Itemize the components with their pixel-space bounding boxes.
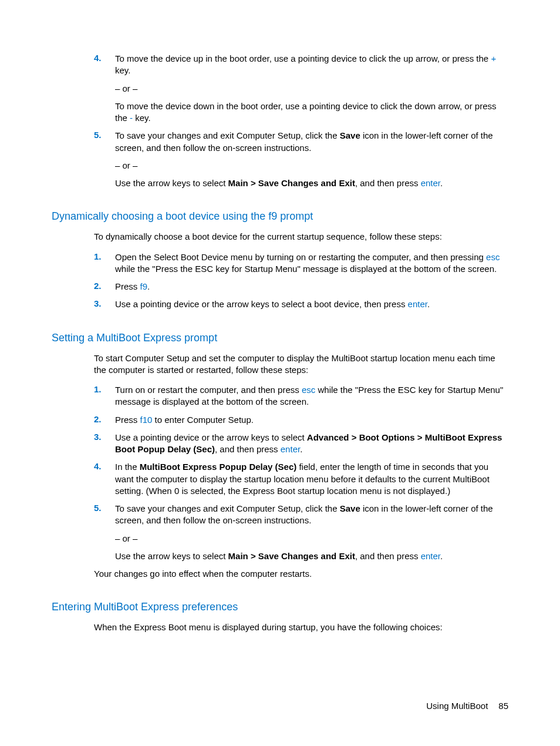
document-page: 4. To move the device up in the boot ord… xyxy=(0,0,560,746)
key-enter: enter xyxy=(421,178,440,188)
text: key. xyxy=(133,113,151,123)
text: , and then press xyxy=(355,551,421,561)
save-icon-label: Save xyxy=(340,503,360,513)
text: To save your changes and exit Computer S… xyxy=(115,503,340,513)
text: Use a pointing device or the arrow keys … xyxy=(115,432,307,442)
key-plus: + xyxy=(491,53,496,63)
text: Press xyxy=(115,281,140,291)
section-intro: When the Express Boot menu is displayed … xyxy=(94,621,508,633)
step-number: 3. xyxy=(52,298,115,310)
step-content: To save your changes and exit Computer S… xyxy=(115,130,508,189)
step-number: 3. xyxy=(52,432,115,456)
s2-step-5: 5. To save your changes and exit Compute… xyxy=(52,503,508,562)
key-f9: f9 xyxy=(140,281,148,291)
key-f10: f10 xyxy=(140,415,153,425)
section-heading-multiboot-prefs: Entering MultiBoot Express preferences xyxy=(52,601,508,613)
text: Use the arrow keys to select xyxy=(115,178,228,188)
step-content: Open the Select Boot Device menu by turn… xyxy=(115,251,508,275)
page-footer: Using MultiBoot85 xyxy=(426,701,508,711)
text: . xyxy=(440,178,443,188)
key-enter: enter xyxy=(281,444,300,454)
text: , and then press xyxy=(215,444,281,454)
step-content: Use a pointing device or the arrow keys … xyxy=(115,432,508,456)
s2-step-3: 3. Use a pointing device or the arrow ke… xyxy=(52,432,508,456)
or-separator: – or – xyxy=(115,160,508,172)
text: To move the device down in the boot orde… xyxy=(115,101,497,123)
save-icon-label: Save xyxy=(340,130,360,140)
section-intro: To dynamically choose a boot device for … xyxy=(94,231,508,243)
section-closing: Your changes go into effect when the com… xyxy=(94,568,508,580)
step-content: Press f9. xyxy=(115,281,508,293)
step-content: Turn on or restart the computer, and the… xyxy=(115,384,508,408)
s2-step-4: 4. In the MultiBoot Express Popup Delay … xyxy=(52,461,508,497)
step-content: Press f10 to enter Computer Setup. xyxy=(115,414,508,426)
or-separator: – or – xyxy=(115,83,508,95)
menu-path: Main > Save Changes and Exit xyxy=(228,551,355,561)
text: In the xyxy=(115,462,140,472)
field-label: MultiBoot Express Popup Delay (Sec) xyxy=(140,462,297,472)
text: Open the Select Boot Device menu by turn… xyxy=(115,252,486,262)
text: key. xyxy=(115,65,130,75)
step-number: 5. xyxy=(52,130,115,189)
key-enter: enter xyxy=(408,299,427,309)
text: . xyxy=(147,281,150,291)
text: , and then press xyxy=(355,178,421,188)
step-number: 2. xyxy=(52,414,115,426)
step-number: 2. xyxy=(52,281,115,293)
text: . xyxy=(440,551,443,561)
section-heading-multiboot-prompt: Setting a MultiBoot Express prompt xyxy=(52,332,508,344)
section-intro: To start Computer Setup and set the comp… xyxy=(94,352,508,377)
step-4: 4. To move the device up in the boot ord… xyxy=(52,53,508,124)
s1-step-2: 2. Press f9. xyxy=(52,281,508,293)
step-number: 1. xyxy=(52,384,115,408)
or-separator: – or – xyxy=(115,533,508,545)
key-enter: enter xyxy=(421,551,440,561)
text: Use the arrow keys to select xyxy=(115,551,228,561)
text: To save your changes and exit Computer S… xyxy=(115,130,340,140)
text: . xyxy=(427,299,430,309)
s1-step-1: 1. Open the Select Boot Device menu by t… xyxy=(52,251,508,275)
footer-label: Using MultiBoot xyxy=(426,701,488,711)
text: . xyxy=(300,444,302,454)
text: Turn on or restart the computer, and the… xyxy=(115,385,302,395)
s1-step-3: 3. Use a pointing device or the arrow ke… xyxy=(52,298,508,310)
text: to enter Computer Setup. xyxy=(152,415,254,425)
step-number: 4. xyxy=(52,53,115,124)
s2-step-1: 1. Turn on or restart the computer, and … xyxy=(52,384,508,408)
key-esc: esc xyxy=(302,385,315,395)
text: Use a pointing device or the arrow keys … xyxy=(115,299,408,309)
text: Press xyxy=(115,415,140,425)
text: To move the device up in the boot order,… xyxy=(115,53,491,63)
s2-step-2: 2. Press f10 to enter Computer Setup. xyxy=(52,414,508,426)
menu-path: Main > Save Changes and Exit xyxy=(228,178,355,188)
step-content: Use a pointing device or the arrow keys … xyxy=(115,298,508,310)
step-number: 4. xyxy=(52,461,115,497)
step-content: To move the device up in the boot order,… xyxy=(115,53,508,124)
page-number: 85 xyxy=(498,701,508,711)
section-heading-f9: Dynamically choosing a boot device using… xyxy=(52,210,508,223)
step-content: To save your changes and exit Computer S… xyxy=(115,503,508,562)
step-number: 1. xyxy=(52,251,115,275)
step-5: 5. To save your changes and exit Compute… xyxy=(52,130,508,189)
step-number: 5. xyxy=(52,503,115,562)
key-esc: esc xyxy=(486,252,500,262)
step-content: In the MultiBoot Express Popup Delay (Se… xyxy=(115,461,508,497)
text: while the "Press the ESC key for Startup… xyxy=(115,264,497,274)
